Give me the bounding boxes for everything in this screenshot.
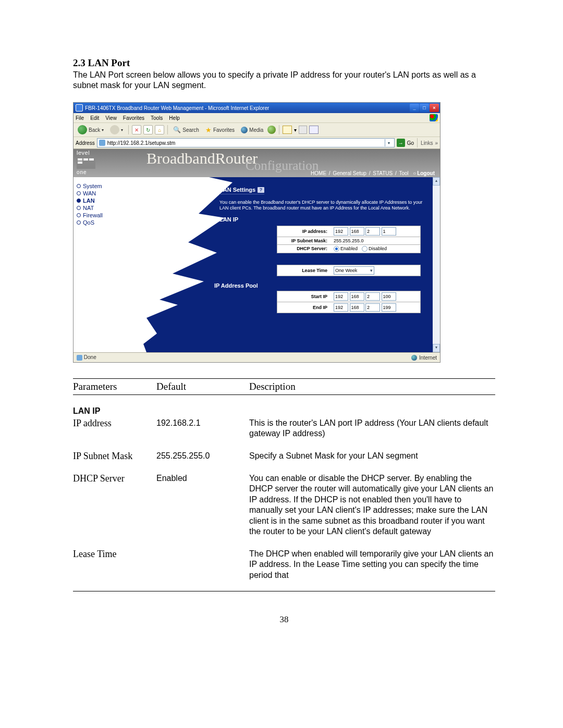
radio-off-icon: [362, 246, 368, 252]
scroll-down-button[interactable]: ▾: [433, 344, 440, 352]
sidebar-label: QoS: [83, 219, 94, 226]
menu-tools[interactable]: Tools: [151, 115, 163, 121]
section-intro: The LAN Port screen below allows you to …: [73, 70, 495, 91]
favorites-button[interactable]: ★ Favorites: [203, 125, 237, 135]
lan-settings-heading-text: LAN Settings: [219, 187, 255, 193]
stop-button[interactable]: ✕: [132, 125, 141, 134]
ip-pool-subheading: IP Address Pool: [214, 282, 427, 289]
forward-button[interactable]: ▾: [108, 124, 125, 135]
sidebar-label: WAN: [83, 190, 96, 196]
search-button[interactable]: 🔍 Search: [171, 125, 201, 134]
links-expand[interactable]: »: [435, 140, 438, 146]
media-icon: [241, 127, 248, 133]
address-input[interactable]: http://192.168.2.1/setupw.stm ▾: [97, 138, 395, 147]
brand-logo-bottom: one: [77, 170, 101, 175]
select-lease-time[interactable]: One Week: [334, 266, 374, 275]
sidebar-item-nat[interactable]: NAT: [77, 204, 139, 212]
param-dhcp-server: DHCP Server: [73, 472, 156, 537]
favorites-label: Favorites: [213, 127, 235, 133]
start-ip-octet-2[interactable]: 168: [350, 292, 364, 301]
value-subnet-mask: 255.255.255.0: [331, 237, 421, 244]
desc-dhcp-server: You can enable or disable the DHCP serve…: [249, 472, 495, 537]
sidebar-item-wan[interactable]: WAN: [77, 190, 139, 197]
label-end-ip: End IP: [277, 302, 331, 313]
menu-file[interactable]: File: [76, 115, 84, 121]
end-ip-octet-4[interactable]: 199: [382, 303, 396, 312]
menu-favorites[interactable]: Favorites: [123, 115, 144, 121]
brand-title: BroadbandRouter: [146, 150, 258, 167]
link-general-setup[interactable]: General Setup: [333, 170, 366, 176]
links-label[interactable]: Links: [421, 140, 433, 146]
subhead-lan-ip: LAN IP: [73, 395, 495, 417]
menu-help[interactable]: Help: [169, 115, 180, 121]
history-button[interactable]: [267, 126, 276, 134]
sidebar-item-system[interactable]: System: [77, 182, 139, 190]
chevron-down-icon: ▾: [121, 128, 123, 132]
link-home[interactable]: HOME: [311, 170, 326, 176]
link-tool[interactable]: Tool: [399, 170, 408, 176]
ie-statusbar: Done Internet: [74, 352, 440, 362]
link-status[interactable]: STATUS: [373, 170, 393, 176]
sidebar-item-firewall[interactable]: Firewall: [77, 212, 139, 219]
sidebar-item-qos[interactable]: QoS: [77, 219, 139, 226]
end-ip-octet-3[interactable]: 2: [365, 303, 380, 312]
minimize-button[interactable]: _: [410, 104, 419, 112]
radio-dhcp-disabled[interactable]: Disabled: [362, 246, 387, 252]
close-button[interactable]: ×: [430, 104, 439, 112]
sidebar-item-lan[interactable]: LAN: [77, 197, 139, 204]
label-ip-address: IP address:: [277, 226, 331, 237]
radio-on-icon: [334, 246, 339, 252]
link-logout[interactable]: Logout: [413, 170, 435, 176]
refresh-button[interactable]: ↻: [143, 125, 153, 134]
brand-logo-top: level: [77, 150, 101, 156]
print-button[interactable]: [299, 126, 307, 134]
radio-dhcp-enabled[interactable]: Enabled: [334, 246, 358, 252]
home-button[interactable]: ⌂: [155, 125, 164, 134]
web-page: level one BroadbandRouter Configuration …: [74, 149, 440, 352]
param-lease-time: Lease Time: [73, 548, 156, 581]
media-button[interactable]: Media: [239, 126, 265, 134]
go-button[interactable]: →: [397, 139, 405, 147]
internet-zone-label: Internet: [419, 355, 437, 361]
sidebar-nav: System WAN LAN NAT Firewall QoS: [74, 177, 141, 352]
desc-lease-time: The DHCP when enabled will temporarily g…: [249, 548, 495, 581]
start-ip-octet-4[interactable]: 100: [382, 292, 396, 301]
ip-octet-2[interactable]: 168: [350, 227, 364, 236]
address-dropdown[interactable]: ▾: [385, 139, 393, 146]
default-ip-address: 192.168.2.1: [156, 417, 249, 439]
lan-ip-subheading: LAN IP: [219, 216, 427, 223]
window-title: FBR-1406TX Broadband Router Web Manageme…: [85, 105, 269, 111]
status-page-icon: [77, 355, 82, 361]
sidebar-label: System: [83, 183, 102, 189]
menu-edit[interactable]: Edit: [90, 115, 99, 121]
desc-subnet-mask: Specify a Subnet Mask for your LAN segme…: [249, 450, 495, 462]
address-label: Address: [76, 140, 95, 146]
back-button[interactable]: Back ▾: [76, 124, 106, 135]
brand-logo: level one: [77, 150, 101, 175]
address-url: http://192.168.2.1/setupw.stm: [107, 140, 383, 146]
maximize-button[interactable]: □: [420, 104, 429, 112]
param-ip-address: IP address: [73, 417, 156, 439]
start-ip-octet-3[interactable]: 2: [365, 292, 380, 301]
end-ip-octet-2[interactable]: 168: [350, 303, 364, 312]
menu-view[interactable]: View: [105, 115, 117, 121]
default-dhcp-server: Enabled: [156, 472, 249, 537]
lan-ip-table: IP address: 192 168 2 1 IP Subnet Mask:: [277, 226, 421, 253]
ip-octet-1[interactable]: 192: [334, 227, 348, 236]
start-ip-octet-1[interactable]: 192: [334, 292, 348, 301]
radio-disabled-label: Disabled: [369, 246, 387, 251]
sidebar-label: Firewall: [83, 212, 103, 218]
label-lease-time: Lease Time: [277, 265, 331, 276]
mail-button[interactable]: [283, 126, 292, 134]
help-icon[interactable]: ?: [258, 187, 264, 193]
internet-zone-icon: [411, 355, 417, 361]
default-lease-time: [156, 548, 249, 581]
desc-ip-address: This is the router's LAN port IP address…: [249, 417, 495, 439]
ie-app-icon: [76, 104, 83, 112]
end-ip-octet-1[interactable]: 192: [334, 303, 348, 312]
ie-menubar: File Edit View Favorites Tools Help: [74, 113, 440, 123]
edit-button[interactable]: [309, 126, 319, 134]
back-label: Back: [89, 127, 100, 133]
ip-octet-3[interactable]: 2: [365, 227, 380, 236]
ip-octet-4[interactable]: 1: [382, 227, 396, 236]
